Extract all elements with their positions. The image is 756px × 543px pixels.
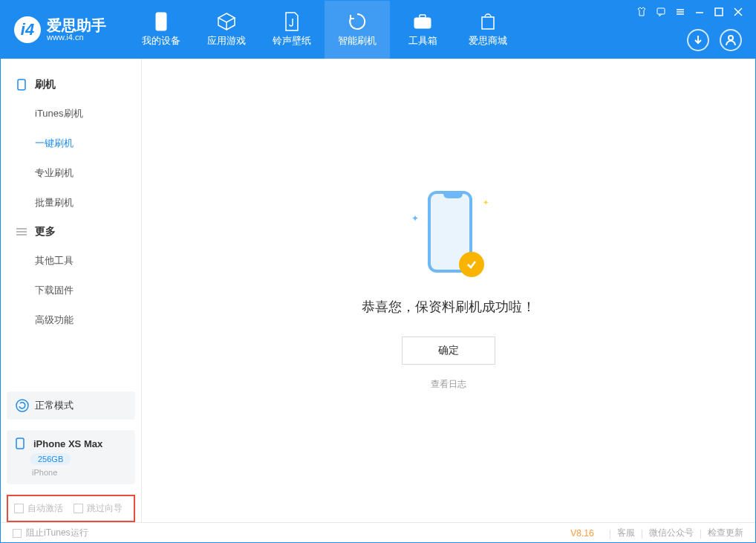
footer-link-wechat[interactable]: 微信公众号 <box>649 527 694 539</box>
sidebar-section-flash[interactable]: 刷机 <box>1 71 141 99</box>
window-controls <box>635 5 745 19</box>
tab-store[interactable]: 爱思商城 <box>455 1 521 59</box>
phone-small-icon <box>16 438 27 449</box>
svg-rect-17 <box>16 438 24 449</box>
svg-rect-3 <box>657 8 665 14</box>
flash-options-row: 自动激活 跳过向导 <box>7 495 135 522</box>
svg-rect-12 <box>18 79 25 90</box>
sidebar: 刷机 iTunes刷机 一键刷机 专业刷机 批量刷机 更多 其他工具 下载固件 … <box>1 59 142 522</box>
menu-icon[interactable] <box>674 5 687 19</box>
status-bar: 阻止iTunes运行 V8.16 | 客服 | 微信公众号 | 检查更新 <box>1 522 755 543</box>
logo-section: i4 爱思助手 www.i4.cn <box>14 16 106 43</box>
tab-label: 工具箱 <box>408 34 437 48</box>
checkbox-icon <box>14 504 24 513</box>
device-storage-badge: 256GB <box>30 453 71 465</box>
nav-tabs: 我的设备 应用游戏 铃声壁纸 智能刷机 工具箱 爱思商城 <box>128 1 521 59</box>
close-button[interactable] <box>731 5 745 19</box>
feedback-icon[interactable] <box>654 5 668 19</box>
device-card[interactable]: iPhone XS Max 256GB iPhone <box>7 430 135 484</box>
phone-icon <box>16 79 27 91</box>
footer-link-support[interactable]: 客服 <box>617 527 635 539</box>
tab-my-device[interactable]: 我的设备 <box>128 1 194 59</box>
mode-status-card[interactable]: 正常模式 <box>7 391 135 420</box>
sidebar-item-itunes-flash[interactable]: iTunes刷机 <box>1 99 141 129</box>
version-label: V8.16 <box>570 528 593 539</box>
check-badge-icon <box>459 252 484 277</box>
section-title: 更多 <box>35 225 56 238</box>
tab-label: 我的设备 <box>142 34 180 48</box>
device-icon <box>151 12 171 31</box>
cube-icon <box>217 12 236 31</box>
device-name: iPhone XS Max <box>33 438 102 449</box>
sidebar-item-download-firmware[interactable]: 下载固件 <box>1 276 141 305</box>
sparkle-icon: ✦ <box>483 198 489 207</box>
footer-link-update[interactable]: 检查更新 <box>708 527 743 539</box>
success-illustration: ✦ ✦ <box>411 191 486 280</box>
app-logo-icon: i4 <box>14 16 41 43</box>
tab-smart-flash[interactable]: 智能刷机 <box>325 1 390 59</box>
tab-ringtones-wallpapers[interactable]: 铃声壁纸 <box>259 1 325 59</box>
header-circle-buttons <box>687 29 742 51</box>
header-bar: i4 爱思助手 www.i4.cn 我的设备 应用游戏 铃声壁纸 智能刷机 工具… <box>1 1 755 59</box>
status-text: 正常模式 <box>35 399 74 412</box>
view-log-link[interactable]: 查看日志 <box>431 378 466 391</box>
minimize-button[interactable] <box>693 5 706 19</box>
refresh-shield-icon <box>348 12 367 31</box>
user-account-button[interactable] <box>720 29 742 51</box>
svg-rect-8 <box>715 8 723 16</box>
sidebar-item-other-tools[interactable]: 其他工具 <box>1 246 141 276</box>
svg-rect-1 <box>414 18 431 28</box>
block-itunes-label: 阻止iTunes运行 <box>26 527 88 539</box>
checkbox-skip-guide[interactable]: 跳过向导 <box>74 502 123 515</box>
shopping-bag-icon <box>478 12 498 31</box>
tshirt-icon[interactable] <box>635 5 648 19</box>
section-title: 刷机 <box>35 78 56 91</box>
tab-label: 铃声壁纸 <box>273 34 311 48</box>
tab-label: 智能刷机 <box>338 34 377 48</box>
tab-label: 爱思商城 <box>469 34 507 48</box>
sidebar-item-oneclick-flash[interactable]: 一键刷机 <box>1 129 141 158</box>
checkbox-icon <box>13 529 22 538</box>
block-itunes-checkbox[interactable]: 阻止iTunes运行 <box>13 527 88 539</box>
device-type: iPhone <box>32 468 126 477</box>
music-file-icon <box>282 12 302 31</box>
download-button[interactable] <box>687 29 709 51</box>
sidebar-section-more[interactable]: 更多 <box>1 218 141 246</box>
ok-button[interactable]: 确定 <box>402 336 495 365</box>
checkbox-auto-activate[interactable]: 自动激活 <box>14 502 63 515</box>
toolbox-icon <box>413 12 432 31</box>
tab-toolbox[interactable]: 工具箱 <box>390 1 455 59</box>
tab-label: 应用游戏 <box>207 34 246 48</box>
svg-point-11 <box>729 36 733 40</box>
tab-apps-games[interactable]: 应用游戏 <box>194 1 259 59</box>
success-message: 恭喜您，保资料刷机成功啦！ <box>362 298 535 316</box>
checkbox-icon <box>74 504 83 513</box>
svg-rect-0 <box>156 13 166 30</box>
checkbox-label: 自动激活 <box>27 502 63 515</box>
svg-rect-2 <box>420 15 426 18</box>
sidebar-item-batch-flash[interactable]: 批量刷机 <box>1 188 141 218</box>
maximize-button[interactable] <box>712 5 726 19</box>
sparkle-icon: ✦ <box>411 213 419 224</box>
list-icon <box>16 226 27 238</box>
svg-point-16 <box>16 400 28 412</box>
app-subtitle: www.i4.cn <box>47 33 106 42</box>
app-title: 爱思助手 <box>47 18 106 33</box>
sidebar-item-advanced[interactable]: 高级功能 <box>1 305 141 335</box>
main-content: ✦ ✦ 恭喜您，保资料刷机成功啦！ 确定 查看日志 <box>142 59 755 522</box>
checkbox-label: 跳过向导 <box>87 502 123 515</box>
sidebar-item-pro-flash[interactable]: 专业刷机 <box>1 158 141 188</box>
refresh-circle-icon <box>16 399 29 412</box>
